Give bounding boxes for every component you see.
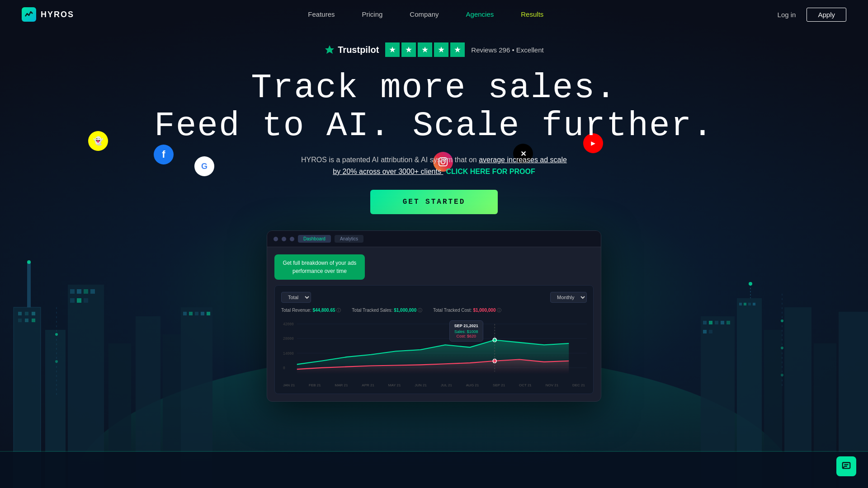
dashboard-inner: Get full breakdown of your ads performan… (267, 247, 601, 401)
nav-company[interactable]: Company (410, 10, 439, 18)
nav-results[interactable]: Results (521, 10, 543, 18)
topbar-dot-3 (290, 237, 294, 241)
revenue-label: Total Revenue: $44,800.65 ⓘ (281, 307, 341, 314)
nav-links: Features Pricing Company Agencies Result… (308, 10, 543, 19)
sales-label: Total Tracked Sales: $1,000,000 ⓘ (352, 307, 422, 314)
navbar: HYROS Features Pricing Company Agencies … (0, 0, 868, 29)
dashboard-preview: Dashboard Analytics Get full breakdown o… (267, 230, 601, 402)
star-4: ★ (434, 42, 448, 57)
svg-text:28000: 28000 (283, 337, 294, 341)
sales-value: $1,000,000 (394, 308, 416, 313)
chart-area: 42000 28000 14000 0 (281, 318, 587, 381)
svg-text:42000: 42000 (283, 322, 294, 326)
chat-icon[interactable] (836, 456, 856, 476)
logo-text: HYROS (41, 10, 74, 19)
hero-description: HYROS is a patented AI attribution & AI … (301, 154, 567, 177)
hero-headline: Track more sales. Feed to AI. Scale furt… (154, 70, 714, 145)
star-1: ★ (385, 42, 400, 57)
logo-icon (22, 7, 36, 22)
chart-period-select[interactable]: Monthly (550, 292, 587, 303)
chart-metrics: Total Revenue: $44,800.65 ⓘ Total Tracke… (281, 307, 587, 314)
logo[interactable]: HYROS (22, 7, 74, 22)
login-link[interactable]: Log in (778, 11, 796, 19)
dashboard-topbar: Dashboard Analytics (267, 231, 601, 247)
chart-container: Total Monthly Total Revenue: $44,800.65 … (274, 285, 594, 394)
apply-button[interactable]: Apply (807, 8, 846, 22)
nav-right: Log in Apply (778, 8, 846, 22)
trustpilot-brand: Trustpilot (338, 45, 379, 55)
revenue-value: $44,800.65 (313, 308, 335, 313)
star-2: ★ (401, 42, 416, 57)
nav-agencies[interactable]: Agencies (466, 10, 494, 18)
main-content: Trustpilot ★ ★ ★ ★ ★ Reviews 296 • Excel… (0, 29, 868, 402)
svg-marker-60 (325, 45, 334, 54)
reviews-text: Reviews 296 • Excellent (471, 46, 543, 54)
nav-pricing[interactable]: Pricing (362, 10, 383, 18)
svg-text:14000: 14000 (283, 352, 294, 356)
chart-type-select[interactable]: Total (281, 292, 311, 303)
trustpilot-logo: Trustpilot (324, 44, 379, 55)
dashboard-tab-active[interactable]: Dashboard (298, 235, 331, 243)
nav-features[interactable]: Features (308, 10, 335, 18)
star-5: ★ (450, 42, 465, 57)
dashboard-tab-2[interactable]: Analytics (335, 235, 363, 243)
proof-link[interactable]: CLICK HERE FOR PROOF (446, 168, 535, 175)
topbar-dot-2 (282, 237, 286, 241)
star-rating: ★ ★ ★ ★ ★ (385, 42, 465, 57)
get-started-button[interactable]: GET STARTED (370, 190, 498, 214)
cost-value: $1,000,000 (473, 308, 495, 313)
trustpilot-bar: Trustpilot ★ ★ ★ ★ ★ Reviews 296 • Excel… (324, 42, 543, 57)
topbar-dot-1 (274, 237, 278, 241)
cost-label: Total Tracked Cost: $1,000,000 ⓘ (433, 307, 501, 314)
star-3: ★ (418, 42, 432, 57)
chart-x-labels: JAN 21 FEB 21 MAR 21 APR 21 MAY 21 JUN 2… (281, 383, 587, 387)
svg-text:0: 0 (283, 366, 285, 370)
ads-tooltip: Get full breakdown of your ads performan… (274, 254, 365, 280)
chart-controls: Total Monthly (281, 292, 587, 303)
